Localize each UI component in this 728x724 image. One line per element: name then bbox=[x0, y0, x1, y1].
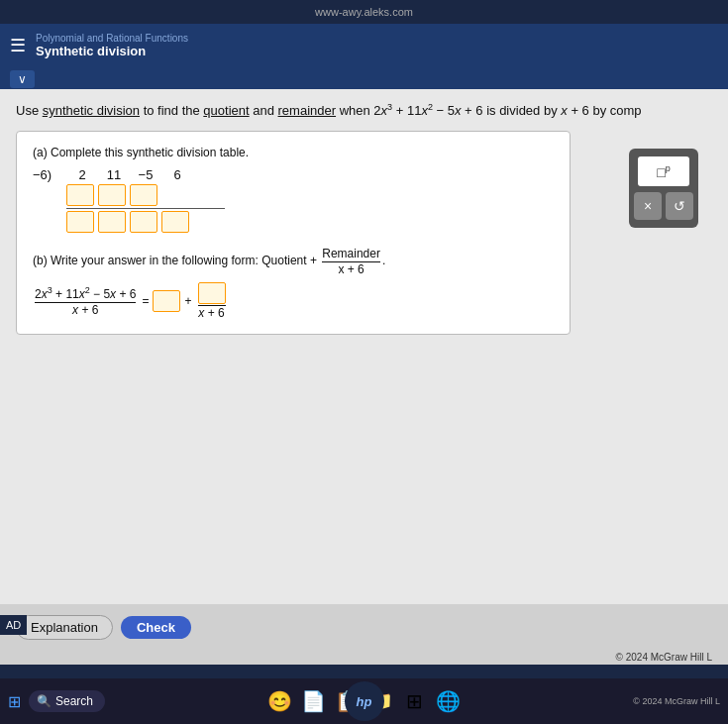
answer-equation: 2x3 + 11x2 − 5x + 6 x + 6 = + x + 6 bbox=[33, 282, 554, 320]
synth-row-1: −6) 2 11 −5 6 bbox=[33, 167, 554, 182]
check-button[interactable]: Check bbox=[121, 616, 191, 639]
taskbar-right: © 2024 McGraw Hill L bbox=[633, 696, 720, 706]
quotient-input[interactable] bbox=[153, 290, 180, 312]
remainder-label: Remainder bbox=[322, 247, 380, 262]
display-symbol: □p bbox=[657, 163, 670, 180]
synth-coeff-1: 2 bbox=[66, 167, 98, 182]
chevron-button[interactable]: ∨ bbox=[10, 70, 35, 88]
taskbar-file-icon[interactable]: 📄 bbox=[300, 687, 328, 715]
part-b-label: (b) Write your answer in the following f… bbox=[33, 247, 554, 276]
toolbox: □p × ↺ bbox=[629, 149, 698, 228]
synth-row-2 bbox=[66, 184, 554, 206]
synth-divider bbox=[66, 208, 225, 209]
synthetic-table: −6) 2 11 −5 6 bbox=[33, 167, 554, 233]
copyright-bar: © 2024 McGraw Hill L bbox=[0, 650, 728, 665]
synth-input-r2-2[interactable] bbox=[98, 184, 126, 206]
toolbox-display: □p bbox=[638, 156, 689, 186]
url-text: www-awy.aleks.com bbox=[315, 6, 413, 18]
xplus6-label: x + 6 bbox=[338, 262, 364, 276]
main-content: Use synthetic division to find the quoti… bbox=[0, 89, 728, 604]
ad-label: AD bbox=[0, 615, 27, 635]
problem-instruction: Use synthetic division to find the quoti… bbox=[16, 101, 712, 121]
part-b: (b) Write your answer in the following f… bbox=[33, 247, 554, 320]
copyright-text: © 2024 McGraw Hill L bbox=[616, 652, 712, 663]
explanation-button[interactable]: Explanation bbox=[16, 615, 113, 640]
synth-input-r3-1[interactable] bbox=[66, 211, 94, 233]
synth-input-r3-3[interactable] bbox=[130, 211, 157, 233]
taskbar-left: ⊞ 🔍 Search bbox=[8, 690, 105, 712]
synth-row-3 bbox=[66, 211, 554, 233]
synth-input-r2-1[interactable] bbox=[66, 184, 94, 206]
nav-title: Synthetic division bbox=[36, 44, 188, 58]
synth-input-r3-2[interactable] bbox=[98, 211, 126, 233]
remainder-input[interactable] bbox=[198, 282, 226, 304]
remainder-fraction-form: Remainder x + 6 bbox=[322, 247, 380, 276]
synth-coeff-4: 6 bbox=[161, 167, 193, 182]
search-icon: 🔍 bbox=[37, 694, 52, 708]
search-label: Search bbox=[55, 694, 93, 708]
synth-divisor: −6) bbox=[33, 167, 60, 182]
hamburger-icon[interactable]: ☰ bbox=[10, 35, 26, 56]
chevron-bar: ∨ bbox=[0, 67, 728, 89]
hp-text: hp bbox=[357, 694, 372, 709]
copyright-taskbar: © 2024 McGraw Hill L bbox=[633, 696, 720, 706]
answer-denominator: x + 6 bbox=[198, 306, 224, 320]
answer-remainder-fraction: x + 6 bbox=[198, 282, 226, 320]
bottom-bar: Explanation Check bbox=[0, 604, 728, 650]
synthetic-division-link[interactable]: synthetic division bbox=[43, 103, 140, 118]
hp-logo: hp bbox=[345, 681, 384, 721]
synth-input-r3-4[interactable] bbox=[161, 211, 189, 233]
remainder-input-wrapper bbox=[198, 282, 226, 306]
problem-fraction: 2x3 + 11x2 − 5x + 6 x + 6 bbox=[35, 285, 136, 317]
nav-content: Polynomial and Rational Functions Synthe… bbox=[36, 33, 188, 58]
plus-sign: + bbox=[184, 294, 191, 308]
search-bar[interactable]: 🔍 Search bbox=[29, 690, 105, 712]
toolbox-buttons: × ↺ bbox=[634, 192, 693, 220]
problem-numerator: 2x3 + 11x2 − 5x + 6 bbox=[35, 285, 136, 303]
part-a-label: (a) Complete this synthetic division tab… bbox=[33, 146, 554, 159]
clear-button[interactable]: × bbox=[634, 192, 662, 220]
taskbar-browser-icon[interactable]: 🌐 bbox=[435, 687, 463, 715]
title-bar: www-awy.aleks.com bbox=[0, 0, 728, 24]
taskbar-emoji-icon[interactable]: 😊 bbox=[266, 687, 294, 715]
synth-coeff-3: −5 bbox=[130, 167, 161, 182]
nav-bar: ☰ Polynomial and Rational Functions Synt… bbox=[0, 24, 728, 67]
taskbar-apps-icon[interactable]: ⊞ bbox=[401, 687, 429, 715]
remainder-link[interactable]: remainder bbox=[278, 103, 337, 118]
undo-button[interactable]: ↺ bbox=[666, 192, 693, 220]
nav-subtitle: Polynomial and Rational Functions bbox=[36, 33, 188, 44]
synth-input-r2-3[interactable] bbox=[130, 184, 157, 206]
quotient-link[interactable]: quotient bbox=[203, 103, 249, 118]
synth-coeff-2: 11 bbox=[98, 167, 130, 182]
windows-icon[interactable]: ⊞ bbox=[8, 692, 21, 711]
problem-denominator: x + 6 bbox=[72, 303, 98, 317]
problem-box: (a) Complete this synthetic division tab… bbox=[16, 131, 571, 335]
equals-sign: = bbox=[142, 294, 149, 308]
